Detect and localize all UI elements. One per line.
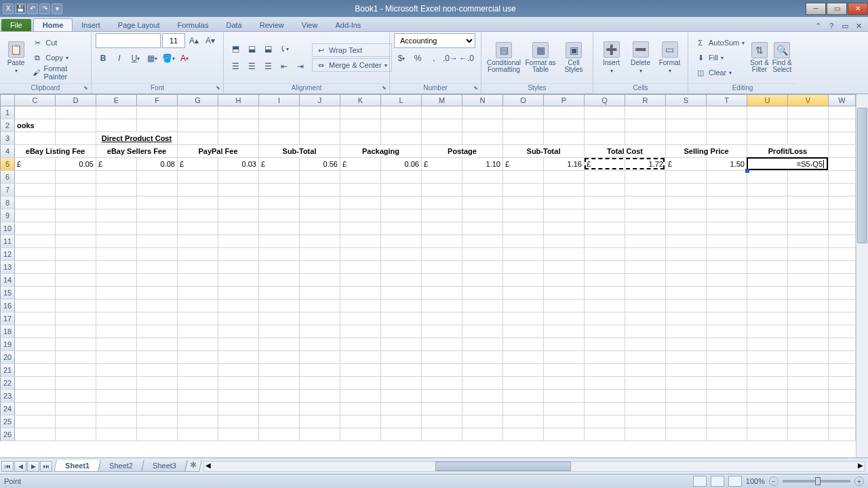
cell[interactable]: [340, 132, 381, 145]
cell[interactable]: [462, 300, 503, 312]
cell[interactable]: [625, 222, 666, 235]
cell[interactable]: [178, 209, 218, 222]
cell[interactable]: [422, 351, 462, 364]
cell[interactable]: [178, 364, 218, 377]
cell[interactable]: [381, 209, 422, 222]
cell[interactable]: [747, 119, 788, 132]
cell[interactable]: [829, 377, 856, 390]
cell[interactable]: [788, 171, 829, 184]
sheet-nav-prev-icon[interactable]: ◀: [14, 461, 26, 472]
cell[interactable]: [503, 390, 544, 403]
cell[interactable]: £: [178, 158, 218, 171]
cell[interactable]: [747, 248, 788, 261]
cell[interactable]: [544, 274, 585, 287]
cell[interactable]: [585, 377, 625, 390]
cell[interactable]: [259, 351, 300, 364]
cell[interactable]: [829, 390, 856, 403]
cell[interactable]: [829, 261, 856, 274]
cell[interactable]: [15, 184, 56, 197]
cell[interactable]: 0.06: [381, 158, 422, 171]
currency-icon[interactable]: $▾: [394, 51, 409, 66]
cell[interactable]: [381, 119, 422, 132]
cell[interactable]: [422, 171, 462, 184]
cell[interactable]: [381, 222, 422, 235]
font-family-combo[interactable]: [96, 33, 161, 48]
cell[interactable]: [462, 351, 503, 364]
align-top-icon[interactable]: ⬒: [228, 41, 243, 56]
cell[interactable]: [137, 197, 178, 209]
cell[interactable]: [300, 415, 340, 428]
cell[interactable]: [96, 222, 137, 235]
cell[interactable]: [422, 132, 462, 145]
cell[interactable]: [625, 106, 666, 119]
cell[interactable]: [503, 184, 544, 197]
clipboard-launcher-icon[interactable]: ⬊: [81, 85, 90, 93]
row-header-17[interactable]: 17: [0, 312, 15, 325]
column-headers[interactable]: CDEFGHIJKLMNOPQRSTUVW: [15, 94, 856, 106]
cell[interactable]: [56, 390, 96, 403]
cell[interactable]: [503, 300, 544, 312]
cell[interactable]: [625, 403, 666, 415]
cell[interactable]: [56, 209, 96, 222]
tab-data[interactable]: Data: [217, 19, 250, 31]
cell[interactable]: [15, 235, 56, 248]
bold-button[interactable]: B: [96, 51, 111, 66]
percent-icon[interactable]: %: [410, 51, 425, 66]
cell[interactable]: [625, 377, 666, 390]
cell[interactable]: [747, 261, 788, 274]
cell[interactable]: [56, 132, 96, 145]
cell[interactable]: [178, 171, 218, 184]
column-header-C[interactable]: C: [15, 94, 56, 106]
cell[interactable]: [381, 377, 422, 390]
cell[interactable]: [178, 325, 218, 338]
cell[interactable]: [96, 351, 137, 364]
cell[interactable]: [381, 390, 422, 403]
cell[interactable]: £: [340, 158, 381, 171]
cell[interactable]: [666, 338, 707, 351]
cell[interactable]: [218, 274, 259, 287]
number-launcher-icon[interactable]: ⬊: [471, 85, 479, 93]
column-header-E[interactable]: E: [96, 94, 137, 106]
cell[interactable]: [829, 300, 856, 312]
cell[interactable]: [462, 222, 503, 235]
cell[interactable]: [259, 222, 300, 235]
cell[interactable]: [829, 287, 856, 300]
minimize-ribbon-icon[interactable]: ⌃: [812, 20, 823, 31]
cell[interactable]: [340, 377, 381, 390]
cell[interactable]: [585, 106, 625, 119]
row-header-24[interactable]: 24: [0, 403, 15, 415]
column-header-I[interactable]: I: [259, 94, 300, 106]
cell[interactable]: [218, 184, 259, 197]
help-icon[interactable]: ?: [826, 20, 837, 31]
cell[interactable]: [300, 184, 340, 197]
wrap-text-button[interactable]: ↩Wrap Text: [312, 43, 392, 57]
cell[interactable]: [381, 171, 422, 184]
cell[interactable]: [707, 119, 747, 132]
close-button[interactable]: ✕: [848, 3, 868, 15]
delete-cells-button[interactable]: ➖Delete▾: [627, 35, 654, 80]
cell[interactable]: [503, 261, 544, 274]
cell[interactable]: £: [15, 158, 56, 171]
cell[interactable]: [178, 351, 218, 364]
cell[interactable]: [503, 274, 544, 287]
cell[interactable]: [829, 235, 856, 248]
sheet-tab-1[interactable]: Sheet1: [54, 460, 101, 472]
cell[interactable]: [462, 106, 503, 119]
cell[interactable]: 1.72: [625, 158, 666, 171]
cell[interactable]: [300, 132, 340, 145]
cell[interactable]: [788, 261, 829, 274]
cell[interactable]: [829, 132, 856, 145]
cell[interactable]: [259, 261, 300, 274]
cell[interactable]: [137, 287, 178, 300]
cell[interactable]: [15, 287, 56, 300]
cell[interactable]: [707, 428, 747, 441]
cell[interactable]: [259, 106, 300, 119]
cell[interactable]: [585, 312, 625, 325]
cell[interactable]: [788, 274, 829, 287]
cell[interactable]: [422, 261, 462, 274]
tab-view[interactable]: View: [293, 19, 327, 31]
cell[interactable]: [625, 261, 666, 274]
cell[interactable]: [340, 222, 381, 235]
tab-page-layout[interactable]: Page Layout: [109, 19, 169, 31]
cell[interactable]: [381, 197, 422, 209]
